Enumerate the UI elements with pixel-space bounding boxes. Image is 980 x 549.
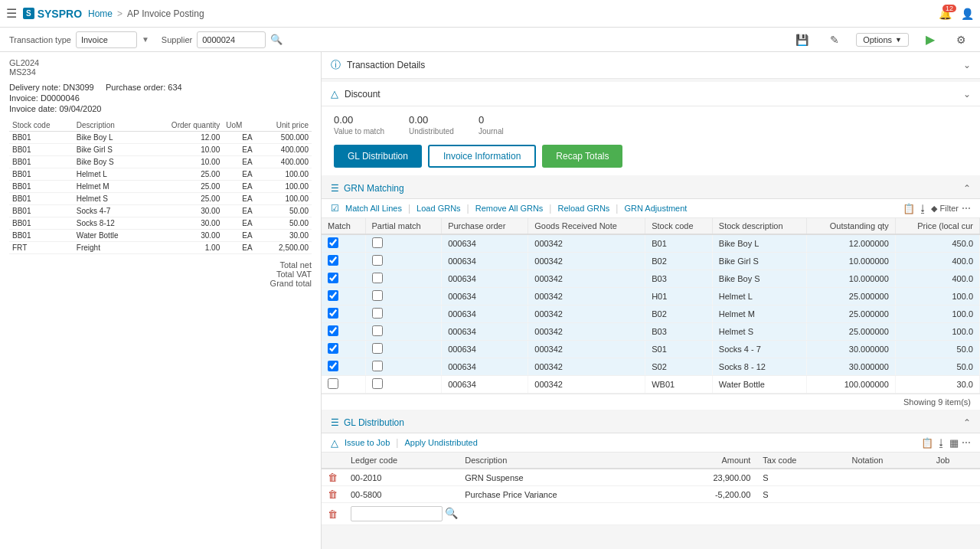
gl-title: GL Distribution	[344, 417, 404, 428]
grn-sep3: |	[549, 203, 551, 214]
transaction-type-input[interactable]	[76, 31, 137, 48]
save-icon[interactable]: 💾	[791, 32, 813, 47]
invoice-date-row: Invoice date: 09/04/2020	[9, 104, 312, 113]
match-checkbox[interactable]	[328, 361, 338, 371]
grn-sep2: |	[467, 203, 469, 214]
supplier-search-icon[interactable]: 🔍	[270, 34, 283, 45]
notification-icon[interactable]: 🔔 12	[939, 8, 952, 20]
add-row-delete-icon[interactable]: 🗑	[328, 508, 338, 520]
play-icon[interactable]: ▶	[921, 31, 939, 48]
edit-icon[interactable]: ✎	[825, 32, 844, 47]
purchase-order-value: 634	[168, 83, 181, 92]
th-notation: Notation	[845, 453, 929, 469]
invoice-date-value: 09/04/2020	[59, 104, 101, 113]
gl-table: Ledger code Description Amount Tax code …	[322, 453, 980, 525]
match-checkbox[interactable]	[328, 273, 338, 283]
transaction-type-chevron[interactable]: ▼	[142, 35, 149, 44]
addr-line2: MS234	[9, 67, 312, 77]
supplier-label: Supplier	[162, 35, 192, 44]
recap-totals-button[interactable]: Recap Totals	[542, 145, 622, 168]
gl-more-icon[interactable]: ⋯	[962, 437, 971, 448]
match-all-button[interactable]: Match All Lines	[342, 202, 405, 214]
grn-download-icon[interactable]: ⭳	[918, 203, 928, 214]
gl-toolbar: △ Issue to Job | Apply Undistributed 📋 ⭳…	[322, 433, 980, 453]
journal-num: 0	[479, 114, 504, 126]
partial-match-checkbox[interactable]	[372, 325, 383, 336]
match-checkbox[interactable]	[328, 343, 338, 354]
options-button[interactable]: Options ▼	[856, 33, 909, 47]
logo: S SYSPRO	[23, 8, 82, 20]
gl-distribution-header[interactable]: ☰ GL Distribution ⌃	[322, 413, 980, 433]
discount-header[interactable]: △ Discount ⌄	[322, 82, 980, 106]
gl-header-left: ☰ GL Distribution	[331, 417, 404, 428]
hamburger-icon[interactable]: ☰	[6, 6, 17, 21]
match-checkbox[interactable]	[328, 237, 338, 248]
home-link[interactable]: Home	[88, 8, 113, 19]
discount-title: Discount	[345, 89, 381, 100]
th-ledger: Ledger code	[345, 453, 459, 469]
match-checkbox[interactable]	[328, 325, 338, 336]
grn-matching-header[interactable]: ☰ GRN Matching ⌃	[322, 178, 980, 199]
gl-section-icon: ☰	[331, 417, 339, 428]
grn-filter-button[interactable]: ◆ Filter	[931, 204, 959, 214]
partial-match-checkbox[interactable]	[372, 378, 383, 389]
partial-match-checkbox[interactable]	[372, 308, 383, 319]
grn-adjustment-button[interactable]: GRN Adjustment	[621, 202, 690, 214]
partial-match-checkbox[interactable]	[372, 255, 383, 266]
gl-distribution-button[interactable]: GL Distribution	[334, 145, 422, 168]
add-ledger-input[interactable]	[351, 506, 443, 521]
match-checkbox[interactable]	[328, 255, 338, 266]
delete-row-icon[interactable]: 🗑	[328, 489, 338, 500]
th-job: Job	[930, 453, 980, 469]
grn-more-icon[interactable]: ⋯	[962, 203, 971, 214]
add-ledger-cell[interactable]: 🔍	[345, 503, 930, 525]
breadcrumb-sep: >	[117, 8, 122, 19]
supplier-input[interactable]	[197, 31, 266, 48]
settings-icon[interactable]: ⚙	[952, 32, 971, 47]
apply-undistributed-button[interactable]: Apply Undistributed	[401, 436, 480, 449]
reload-grns-button[interactable]: Reload GRNs	[554, 202, 612, 214]
remove-all-grns-button[interactable]: Remove All GRNs	[472, 202, 547, 214]
partial-match-checkbox[interactable]	[372, 361, 383, 371]
invoice-information-button[interactable]: Invoice Information	[428, 145, 536, 168]
gl-download-icon[interactable]: ⭳	[936, 437, 946, 449]
invoice-date-label: Invoice date:	[9, 104, 57, 113]
add-search-button[interactable]: 🔍	[445, 507, 458, 519]
partial-match-checkbox[interactable]	[372, 290, 383, 301]
partial-match-checkbox[interactable]	[372, 273, 383, 283]
grn-table-row: 000634000342B03Helmet S25.000000100.0	[322, 323, 980, 341]
th-price: Price (local cur	[895, 218, 979, 234]
discount-buttons: GL Distribution Invoice Information Reca…	[334, 145, 968, 168]
value-to-match-num: 0.00	[334, 114, 384, 126]
gl-distribution-section: ☰ GL Distribution ⌃ △ Issue to Job | App…	[322, 413, 980, 525]
doc-table-row: FRTFreight1.00EA2,500.00	[9, 242, 312, 254]
gl-table-row: 🗑00-2010GRN Suspense23,900.00S	[322, 469, 980, 486]
grn-copy-icon[interactable]: 📋	[903, 203, 915, 214]
add-delete-cell: 🗑	[322, 503, 345, 525]
th-desc: Stock description	[712, 218, 807, 234]
doc-table-row: BB01Bike Girl S10.00EA400.000	[9, 144, 312, 156]
issue-to-job-button[interactable]: Issue to Job	[341, 436, 393, 449]
match-checkbox[interactable]	[328, 290, 338, 301]
gl-header-row: Ledger code Description Amount Tax code …	[322, 453, 980, 469]
gl-copy-icon[interactable]: 📋	[921, 437, 933, 449]
transaction-type-field: Transaction type ▼	[9, 31, 149, 48]
discount-content: 0.00 Value to match 0.00 Undistributed 0…	[322, 106, 980, 175]
partial-match-checkbox[interactable]	[372, 343, 383, 354]
options-label: Options	[863, 35, 892, 44]
invoice-row: Invoice: D0000046	[9, 93, 312, 103]
supplier-field: Supplier 🔍	[162, 31, 283, 48]
gl-grid-icon[interactable]: ▦	[949, 437, 959, 449]
match-checkbox[interactable]	[328, 378, 338, 389]
transaction-details-header[interactable]: ⓘ Transaction Details ⌄	[322, 52, 980, 79]
transaction-details-title: Transaction Details	[347, 60, 425, 70]
user-icon[interactable]: 👤	[961, 8, 974, 20]
load-grns-button[interactable]: Load GRNs	[413, 202, 463, 214]
partial-match-checkbox[interactable]	[372, 237, 383, 248]
discount-icon: △	[331, 88, 338, 100]
invoice-value: D0000046	[41, 93, 80, 103]
discount-values: 0.00 Value to match 0.00 Undistributed 0…	[334, 114, 968, 136]
value-to-match-label: Value to match	[334, 127, 384, 136]
match-checkbox[interactable]	[328, 308, 338, 319]
delete-row-icon[interactable]: 🗑	[328, 472, 338, 483]
